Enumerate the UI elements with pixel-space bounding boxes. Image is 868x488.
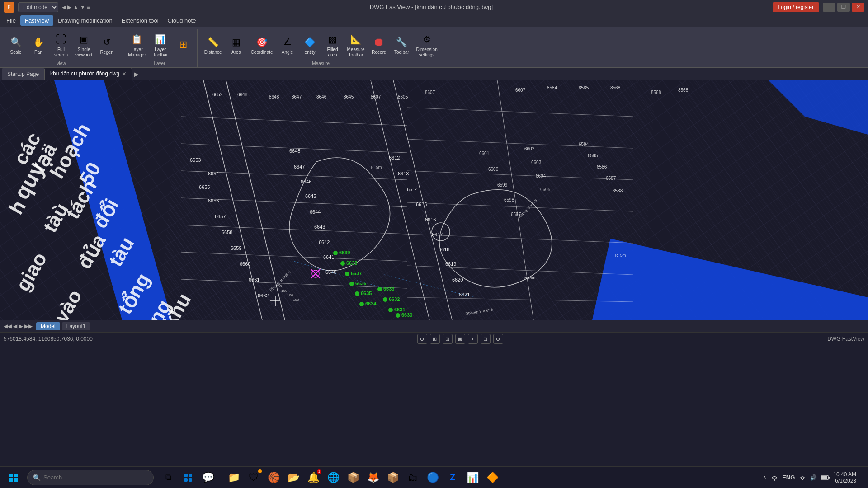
svg-text:6643: 6643 [314, 224, 325, 230]
svg-text:R=5m: R=5m [615, 253, 626, 258]
mode-dropdown[interactable]: Edit mode [18, 2, 58, 12]
menu-file[interactable]: File [2, 15, 20, 26]
entity-label: entity [305, 50, 316, 55]
taskbar-chrome[interactable]: 🔵 [424, 469, 442, 487]
status-icon-4[interactable]: ⊠ [455, 334, 465, 344]
minimize-button[interactable]: — [823, 3, 835, 12]
pan-button[interactable]: ✋ Pan [28, 33, 49, 56]
layer-manager-button[interactable]: 📋 LayerManager [126, 31, 148, 59]
single-viewport-icon: ▣ [77, 32, 91, 47]
restore-button[interactable]: ❐ [837, 3, 850, 12]
dimension-button[interactable]: ⚙ Dimensionsettings [414, 31, 439, 59]
svg-text:6603: 6603 [531, 160, 542, 165]
regen-button[interactable]: ↺ Regen [96, 33, 117, 56]
document-tabs: Startup Page khu dân cư phước đông.dwg ✕… [0, 68, 868, 80]
svg-text:8568: 8568 [610, 85, 621, 90]
model-nav-prev[interactable]: ◀◀ ◀ ▶ ▶▶ [4, 323, 33, 329]
taskbar-firefox[interactable]: 🦊 [364, 469, 382, 487]
clock-time: 10:40 AM [833, 471, 856, 478]
distance-button[interactable]: 📏 Distance [202, 33, 224, 56]
tab-startup[interactable]: Startup Page [2, 68, 45, 80]
taskbar-folder[interactable]: 📂 [284, 469, 302, 487]
layer-toolbar-label: LayerToolbar [153, 47, 168, 58]
taskbar-edge[interactable]: 🌐 [324, 469, 342, 487]
tray-language[interactable]: ENG [782, 474, 795, 481]
taskbar-chat[interactable]: 💬 [199, 469, 217, 487]
svg-text:6652: 6652 [212, 92, 223, 97]
search-input[interactable] [43, 474, 134, 481]
svg-point-136 [774, 479, 775, 481]
dwg-canvas-area[interactable]: 6653 6654 6655 6656 6657 6658 6659 6660 … [0, 80, 868, 320]
status-icon-1[interactable]: ⊙ [417, 334, 427, 344]
tab-model[interactable]: Model [36, 322, 60, 330]
show-desktop[interactable] [860, 470, 863, 485]
single-viewport-button[interactable]: ▣ Singleviewport [73, 31, 94, 59]
tray-hidden-icons[interactable]: ∧ [763, 474, 767, 481]
view-tools: 🔍 Scale ✋ Pan ⛶ Fullscreen ▣ Singleviewp… [5, 30, 117, 60]
angle-button[interactable]: ∠ Angle [277, 33, 298, 56]
fullscreen-icon: ⛶ [54, 32, 68, 47]
layer-extra-button[interactable]: ⊞ [173, 36, 193, 54]
taskbar-amazon[interactable]: 📦 [344, 469, 362, 487]
taskbar-files[interactable]: 📁 [225, 469, 243, 487]
regen-label: Regen [100, 50, 113, 55]
tray-battery[interactable] [821, 475, 830, 480]
menu-fastview[interactable]: FastView [20, 15, 53, 26]
fullscreen-button[interactable]: ⛶ Fullscreen [51, 31, 71, 59]
svg-text:6641: 6641 [323, 254, 334, 260]
svg-text:6630: 6630 [401, 312, 412, 318]
status-icon-3[interactable]: ⊡ [443, 334, 453, 344]
close-button[interactable]: ✕ [852, 3, 864, 12]
tab-scroll-arrow[interactable]: ▶ [134, 70, 139, 78]
taskbar-excel[interactable]: 📊 [463, 469, 481, 487]
taskbar-security[interactable]: 🛡 [245, 469, 263, 487]
filled-area-button[interactable]: ▩ Filledarea [322, 31, 343, 59]
search-icon: 🔍 [33, 474, 41, 481]
app-logo: F [4, 2, 14, 13]
tab-dwg[interactable]: khu dân cư phước đông.dwg ✕ [45, 68, 132, 80]
layer-manager-icon: 📋 [130, 32, 144, 47]
taskbar-search[interactable]: 🔍 [27, 470, 154, 485]
menu-cloud[interactable]: Cloud note [163, 15, 201, 26]
taskbar-filemgr[interactable]: 🗂 [404, 469, 422, 487]
login-button[interactable]: Login / register [773, 2, 819, 12]
status-icon-2[interactable]: ⊞ [430, 334, 440, 344]
svg-text:6655: 6655 [199, 184, 210, 190]
svg-text:6645: 6645 [305, 193, 316, 199]
taskbar-task-view[interactable]: ⧉ [159, 469, 177, 487]
taskbar-zalo[interactable]: Z [443, 469, 462, 487]
taskbar-basketball[interactable]: 🏀 [264, 469, 283, 487]
svg-point-63 [383, 297, 387, 302]
layer-toolbar-button[interactable]: 📊 LayerToolbar [150, 31, 171, 59]
coordinate-button[interactable]: 🎯 Coordinate [249, 33, 275, 56]
area-button[interactable]: ▦ Area [226, 33, 247, 56]
menu-drawing[interactable]: Drawing modification [53, 15, 117, 26]
svg-text:8584: 8584 [547, 85, 557, 90]
status-icon-5[interactable]: + [468, 334, 478, 344]
ribbon-group-measure: 📏 Distance ▦ Area 🎯 Coordinate ∠ Angle 🔷… [198, 29, 443, 67]
taskbar-notification[interactable]: 🔔 1 [304, 469, 322, 487]
taskbar-dwg[interactable]: 🔶 [483, 469, 501, 487]
svg-rect-139 [828, 477, 830, 479]
tray-network[interactable] [770, 474, 778, 482]
taskbar-widgets[interactable] [179, 469, 197, 487]
entity-button[interactable]: 🔷 entity [300, 33, 321, 56]
tray-wifi[interactable] [798, 474, 807, 482]
close-tab-icon[interactable]: ✕ [122, 71, 126, 77]
windows-start-button[interactable] [2, 469, 25, 487]
status-icon-6[interactable]: ⊟ [481, 334, 491, 344]
scale-button[interactable]: 🔍 Scale [5, 33, 26, 56]
tab-layout1[interactable]: Layout1 [62, 322, 90, 330]
record-button[interactable]: ⏺ Record [368, 33, 389, 56]
taskbar-dropbox[interactable]: 📦 [384, 469, 402, 487]
measure-tools: 📏 Distance ▦ Area 🎯 Coordinate ∠ Angle 🔷… [202, 30, 440, 60]
toolbar-button[interactable]: 🔧 Toolbar [391, 33, 412, 56]
svg-text:6662: 6662 [258, 293, 269, 298]
layer-tools: 📋 LayerManager 📊 LayerToolbar ⊞ [126, 30, 193, 60]
area-icon: ▦ [229, 35, 244, 49]
menu-extension[interactable]: Extension tool [117, 15, 163, 26]
measure-toolbar-button[interactable]: 📐 MeasureToolbar [345, 31, 367, 59]
tray-volume[interactable]: 🔊 [810, 474, 817, 481]
status-icon-7[interactable]: ⊕ [493, 334, 503, 344]
system-clock[interactable]: 10:40 AM 6/1/2023 [833, 471, 856, 484]
